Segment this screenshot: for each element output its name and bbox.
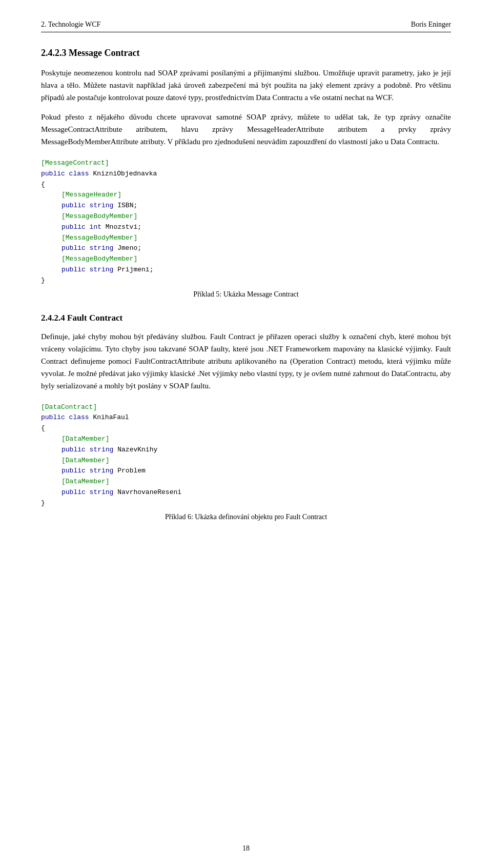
code-line-11: } <box>41 275 451 286</box>
page: 2. Technologie WCF Boris Eninger 2.4.2.3… <box>0 0 492 868</box>
code2-line-6: public string Problem <box>41 466 451 477</box>
code2-kw-6: public string <box>61 467 113 475</box>
page-header: 2. Technologie WCF Boris Eninger <box>41 21 451 32</box>
code-kw-8: public string <box>61 244 113 252</box>
code2-attr-7: [DataMember] <box>61 478 110 485</box>
section-heading-message-contract: 2.4.2.3 Message Contract <box>41 48 451 58</box>
code-name-1: KnizniObjednavka <box>89 170 157 177</box>
section-para2: Pokud přesto z nějakého důvodu chcete up… <box>41 111 451 148</box>
page-footer: 18 <box>0 844 492 853</box>
code-line-0: [MessageContract] <box>41 158 451 169</box>
code2-line-4: public string NazevKnihy <box>41 445 451 456</box>
code2-line-0: [DataContract] <box>41 402 451 413</box>
code-line-9: [MessageBodyMember] <box>41 254 451 265</box>
code-attr-7: [MessageBodyMember] <box>61 234 137 242</box>
code-attr-5: [MessageBodyMember] <box>61 212 137 220</box>
code-line-3: [MessageHeader] <box>41 190 451 201</box>
code-line-4: public string ISBN; <box>41 201 451 211</box>
code-name-8: Jmeno; <box>113 244 141 252</box>
code-attr-0: [MessageContract] <box>41 159 109 167</box>
code-block-message-contract: [MessageContract] public class KnizniObj… <box>41 158 451 286</box>
code2-line-8: public string NavrhovaneReseni <box>41 487 451 498</box>
code2-line-1: public class KnihaFaul <box>41 412 451 423</box>
code2-name-6: Problem <box>113 467 145 475</box>
code1-caption: Příklad 5: Ukázka Message Contract <box>41 290 451 299</box>
code2-line-9: } <box>41 498 451 509</box>
code-block-fault-contract: [DataContract] public class KnihaFaul { … <box>41 402 451 509</box>
code-kw-4: public string <box>61 202 113 209</box>
section2-para1: Definuje, jaké chyby mohou být předávány… <box>41 330 451 392</box>
code2-line-5: [DataMember] <box>41 456 451 466</box>
code-line-5: [MessageBodyMember] <box>41 211 451 222</box>
code-line-10: public string Prijmeni; <box>41 265 451 275</box>
code-line-2: { <box>41 180 451 190</box>
code-line-6: public int Mnozstvi; <box>41 222 451 233</box>
code-kw-6: public int <box>61 223 101 231</box>
code-attr-3: [MessageHeader] <box>61 191 121 199</box>
code-name-6: Mnozstvi; <box>101 223 141 231</box>
code2-line-2: { <box>41 423 451 434</box>
code-line-1: public class KnizniObjednavka <box>41 169 451 180</box>
code-kw-1: public class <box>41 170 89 177</box>
code2-kw-4: public string <box>61 446 113 453</box>
code2-attr-3: [DataMember] <box>61 435 110 443</box>
code2-line-7: [DataMember] <box>41 477 451 487</box>
code2-kw-1: public class <box>41 413 89 421</box>
code-line-7: [MessageBodyMember] <box>41 233 451 244</box>
section-heading-fault-contract: 2.4.2.4 Fault Contract <box>41 313 451 323</box>
code-kw-10: public string <box>61 266 113 273</box>
page-number: 18 <box>242 844 250 852</box>
code-attr-9: [MessageBodyMember] <box>61 255 137 263</box>
code2-attr-5: [DataMember] <box>61 457 110 464</box>
code2-kw-8: public string <box>61 488 113 496</box>
code2-name-1: KnihaFaul <box>89 413 129 421</box>
code-line-8: public string Jmeno; <box>41 243 451 254</box>
code-name-4: ISBN; <box>113 202 137 209</box>
code2-caption: Příklad 6: Ukázka definování objektu pro… <box>41 513 451 521</box>
section-para1: Poskytuje neomezenou kontrolu nad SOAP z… <box>41 67 451 104</box>
header-author: Boris Eninger <box>411 21 451 29</box>
code2-line-3: [DataMember] <box>41 434 451 445</box>
code-name-10: Prijmeni; <box>113 266 153 273</box>
section-fault-contract: 2.4.2.4 Fault Contract Definuje, jaké ch… <box>41 313 451 521</box>
code2-attr-0: [DataContract] <box>41 403 97 411</box>
code2-name-4: NazevKnihy <box>113 446 157 453</box>
header-chapter: 2. Technologie WCF <box>41 21 100 29</box>
section-message-contract: 2.4.2.3 Message Contract Poskytuje neome… <box>41 48 451 299</box>
code2-name-8: NavrhovaneReseni <box>113 488 181 496</box>
